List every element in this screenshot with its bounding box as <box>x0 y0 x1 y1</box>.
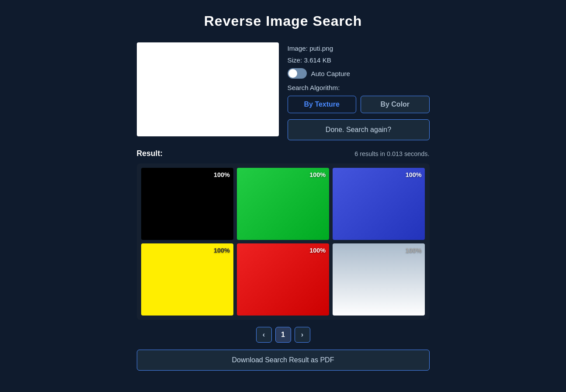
match-label-yellow: 100% <box>214 247 230 254</box>
download-pdf-button[interactable]: Download Search Result as PDF <box>137 350 430 371</box>
image-preview <box>137 42 279 136</box>
match-label-black: 100% <box>214 171 230 178</box>
info-panel: Image: puti.png Size: 3.614 KB Auto Capt… <box>288 42 430 140</box>
auto-capture-toggle[interactable] <box>288 68 307 79</box>
auto-capture-row: Auto Capture <box>288 68 430 79</box>
prev-page-button[interactable]: ‹ <box>256 327 272 343</box>
result-card-blue[interactable]: 100% <box>333 168 425 240</box>
top-section: Image: puti.png Size: 3.614 KB Auto Capt… <box>137 42 430 140</box>
search-again-button[interactable]: Done. Search again? <box>288 119 430 140</box>
match-label-white: 100% <box>406 247 422 254</box>
match-label-red: 100% <box>309 247 326 254</box>
result-card-green[interactable]: 100% <box>237 168 329 240</box>
match-label-blue: 100% <box>406 171 422 178</box>
image-size: Size: 3.614 KB <box>288 56 430 64</box>
page-title: Reverse Image Search <box>204 13 362 29</box>
result-card-white[interactable]: 100% <box>333 243 425 316</box>
result-label: Result: <box>137 149 163 158</box>
match-label-green: 100% <box>309 171 326 178</box>
by-texture-button[interactable]: By Texture <box>288 96 357 113</box>
results-grid: 100% 100% 100% 100% 100% 100% <box>141 168 425 316</box>
image-filename: Image: puti.png <box>288 45 430 52</box>
result-card-black[interactable]: 100% <box>141 168 233 240</box>
next-page-button[interactable]: › <box>295 327 310 343</box>
results-grid-wrapper: 100% 100% 100% 100% 100% 100% <box>137 163 430 320</box>
main-container: Image: puti.png Size: 3.614 KB Auto Capt… <box>137 42 430 371</box>
result-stats: 6 results in 0.013 seconds. <box>354 150 429 157</box>
result-card-red[interactable]: 100% <box>237 243 329 316</box>
algorithm-label: Search Algorithm: <box>288 84 430 91</box>
by-color-button[interactable]: By Color <box>361 96 430 113</box>
result-header: Result: 6 results in 0.013 seconds. <box>137 149 430 158</box>
algorithm-buttons: By Texture By Color <box>288 96 430 113</box>
current-page-button[interactable]: 1 <box>275 327 291 343</box>
result-card-yellow[interactable]: 100% <box>141 243 233 316</box>
auto-capture-label: Auto Capture <box>311 70 351 77</box>
pagination: ‹ 1 › <box>137 327 430 343</box>
